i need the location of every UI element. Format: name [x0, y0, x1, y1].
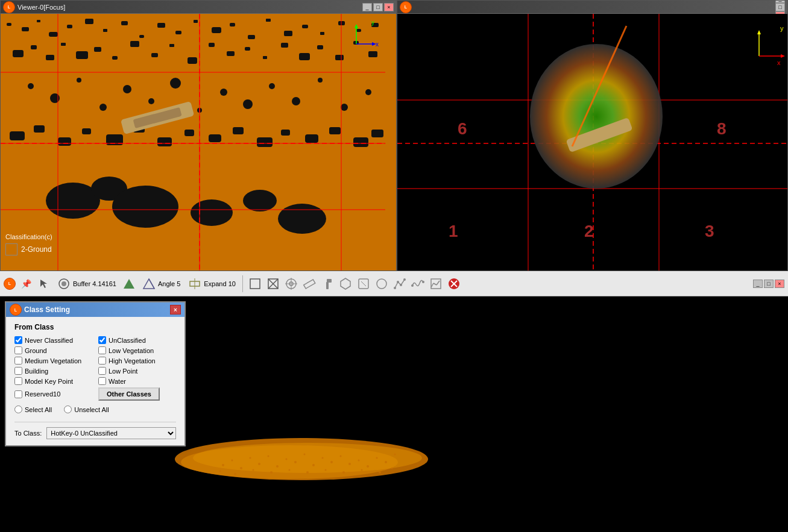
toolbar-right-controls: _ □ ×: [753, 280, 784, 288]
checkbox-model-key-point[interactable]: Model Key Point: [14, 377, 92, 385]
radio-select-all[interactable]: Select All: [14, 405, 52, 413]
polygon-icon[interactable]: [338, 276, 353, 292]
rb-unselect-all[interactable]: [64, 405, 72, 413]
viewer-right[interactable]: L _ □ × 6 8: [397, 0, 788, 271]
svg-point-51: [77, 78, 81, 83]
checkbox-never-classified[interactable]: Never Classified: [14, 336, 92, 344]
expand-icon: [188, 277, 202, 291]
cb-low-vegetation-label: Low Vegetation: [109, 347, 154, 354]
cb-building-label: Building: [25, 368, 48, 375]
pin-icon[interactable]: 📌: [18, 276, 34, 292]
to-class-select[interactable]: HotKey-0 UnClassified: [46, 427, 176, 439]
cb-model-key-point-label: Model Key Point: [25, 378, 73, 385]
left-minimize-btn[interactable]: _: [362, 3, 372, 11]
hammer-icon[interactable]: [320, 276, 335, 292]
expand-item[interactable]: Expand 10: [185, 275, 238, 292]
checkbox-reserved10[interactable]: Reserved10: [14, 387, 92, 401]
svg-point-165: [304, 454, 306, 455]
checkbox-medium-vegetation[interactable]: Medium Vegetation: [14, 357, 92, 365]
cb-water-label: Water: [109, 378, 126, 385]
svg-rect-78: [353, 137, 368, 147]
viewer-left[interactable]: L Viewer-0[Focus] _ □ ×: [0, 0, 397, 271]
red-x-icon[interactable]: [446, 276, 462, 292]
svg-point-63: [365, 89, 371, 95]
svg-rect-23: [31, 45, 37, 49]
polyline-icon[interactable]: [392, 276, 408, 292]
cb-never-classified-label: Never Classified: [25, 337, 73, 344]
svg-rect-73: [233, 127, 244, 134]
other-classes-btn[interactable]: Other Classes: [98, 387, 160, 401]
radio-unselect-all[interactable]: Unselect All: [64, 405, 109, 413]
svg-rect-12: [212, 27, 221, 33]
circle-select-icon[interactable]: [374, 276, 389, 292]
up-arrow-icon[interactable]: [121, 276, 137, 292]
svg-rect-33: [209, 43, 215, 47]
svg-point-164: [294, 461, 297, 463]
cb-model-key-point[interactable]: [14, 377, 22, 385]
target-icon[interactable]: [283, 276, 299, 292]
svg-point-46: [191, 199, 233, 226]
svg-marker-120: [143, 279, 154, 289]
cb-high-vegetation[interactable]: [98, 357, 106, 365]
svg-point-185: [379, 471, 381, 474]
checkbox-unclassified[interactable]: UnClassified: [98, 336, 176, 344]
dialog-close-btn[interactable]: ×: [170, 305, 181, 315]
cb-water[interactable]: [98, 377, 106, 385]
viewer-right-canvas[interactable]: 6 8 1 2 3: [397, 14, 787, 271]
cursor-icon[interactable]: [36, 276, 52, 292]
svg-text:3: 3: [705, 222, 714, 240]
dialog-titlebar: L Class Setting ×: [6, 302, 184, 317]
left-close-btn[interactable]: ×: [384, 3, 394, 11]
cb-medium-vegetation[interactable]: [14, 357, 22, 365]
svg-rect-10: [175, 31, 181, 34]
angle-item[interactable]: Angle 5: [139, 275, 183, 292]
left-win-controls: _ □ ×: [362, 3, 394, 11]
expand-label: Expand 10: [204, 280, 236, 287]
svg-point-55: [170, 78, 181, 89]
checkbox-ground[interactable]: Ground: [14, 346, 92, 354]
svg-point-53: [123, 85, 131, 93]
toolbar-minimize-btn[interactable]: _: [753, 280, 763, 288]
toolbar-close-btn[interactable]: ×: [775, 280, 784, 288]
svg-rect-79: [371, 130, 383, 137]
ruler-icon[interactable]: [301, 276, 317, 292]
rb-select-all[interactable]: [14, 405, 22, 413]
left-maximize-btn[interactable]: □: [373, 3, 383, 11]
cross-select-icon[interactable]: [265, 276, 281, 292]
svg-text:2: 2: [584, 222, 594, 240]
buffer-item[interactable]: Buffer 4.14161: [54, 275, 119, 292]
right-maximize-btn[interactable]: □: [775, 3, 785, 11]
svg-rect-70: [157, 137, 172, 146]
wave-icon[interactable]: [410, 276, 426, 292]
svg-rect-8: [139, 35, 144, 38]
svg-point-161: [268, 455, 269, 457]
cb-reserved10[interactable]: [14, 390, 22, 398]
checkbox-high-vegetation[interactable]: High Vegetation: [98, 357, 176, 365]
svg-point-173: [376, 457, 378, 459]
cb-ground[interactable]: [14, 346, 22, 354]
rect-select-icon[interactable]: [247, 276, 263, 292]
svg-text:x: x: [777, 59, 781, 66]
cb-never-classified[interactable]: [14, 336, 22, 344]
svg-point-47: [243, 190, 277, 211]
cb-low-vegetation[interactable]: [98, 346, 106, 354]
checkbox-low-vegetation[interactable]: Low Vegetation: [98, 346, 176, 354]
cb-building[interactable]: [14, 367, 22, 375]
chart-icon[interactable]: [428, 276, 444, 292]
svg-rect-65: [34, 125, 45, 133]
checkbox-building[interactable]: Building: [14, 367, 92, 375]
lasso-icon[interactable]: [356, 276, 371, 292]
cb-unclassified[interactable]: [98, 336, 106, 344]
toolbar-maximize-btn[interactable]: □: [764, 280, 774, 288]
viewer-left-canvas[interactable]: y x Classification(c) 2-Ground: [1, 14, 396, 271]
svg-point-45: [112, 186, 178, 228]
svg-point-167: [322, 457, 324, 459]
checkbox-water[interactable]: Water: [98, 377, 176, 385]
svg-point-156: [222, 464, 224, 466]
svg-rect-26: [76, 51, 88, 59]
svg-rect-15: [266, 19, 271, 22]
checkbox-low-point[interactable]: Low Point: [98, 367, 176, 375]
svg-point-141: [400, 284, 402, 286]
ground-label: 2-Ground: [21, 245, 52, 254]
cb-low-point[interactable]: [98, 367, 106, 375]
